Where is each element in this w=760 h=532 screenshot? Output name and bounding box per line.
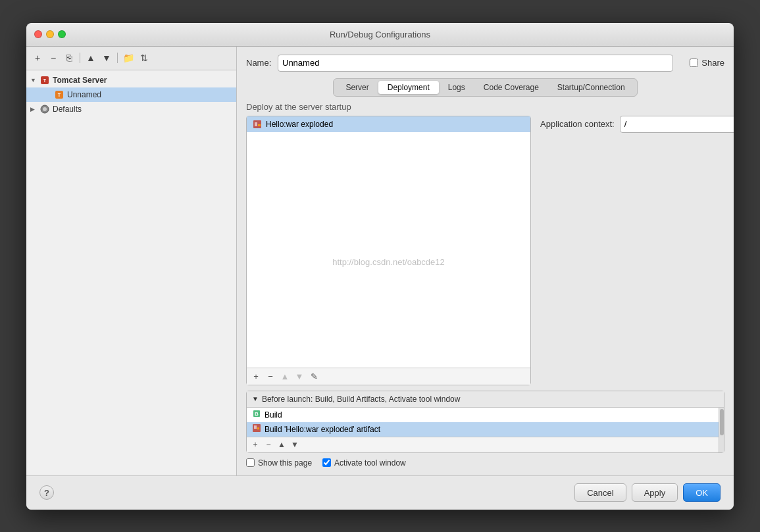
window-body: + − ⎘ ▲ ▼ 📁 ⇅ ▼ T	[26, 47, 734, 475]
remove-config-button[interactable]: −	[46, 51, 61, 65]
before-launch-body: B Build	[247, 408, 724, 452]
name-row: Name: Share	[246, 55, 724, 72]
share-label: Share	[701, 58, 724, 68]
folder-button[interactable]: 📁	[121, 51, 136, 65]
app-context-panel: Application context: ▲ ▼	[540, 116, 724, 385]
name-label: Name:	[246, 58, 272, 68]
tab-logs[interactable]: Logs	[439, 81, 474, 94]
deploy-section: Deploy at the server startup	[246, 102, 724, 385]
tomcat-server-icon: T	[39, 75, 50, 85]
artifact-icon	[252, 423, 261, 435]
activate-tool-label: Activate tool window	[334, 458, 406, 468]
svg-text:B: B	[255, 411, 259, 417]
tree-item-defaults[interactable]: ▶ Defaults	[26, 102, 236, 116]
deploy-add-button[interactable]: +	[249, 370, 263, 383]
minimize-button[interactable]	[46, 30, 54, 38]
deploy-list-container: Hello:war exploded http://blog.csdn.net/…	[246, 116, 531, 385]
ok-button[interactable]: OK	[683, 483, 721, 502]
before-launch-list[interactable]: B Build	[247, 408, 719, 437]
maximize-button[interactable]	[58, 30, 66, 38]
defaults-label: Defaults	[53, 105, 82, 114]
deploy-label: Deploy at the server startup	[246, 102, 724, 112]
defaults-icon	[39, 104, 50, 114]
bl-item-build-label: Build	[265, 410, 282, 420]
share-row: Share	[678, 58, 724, 68]
show-page-label: Show this page	[258, 458, 312, 468]
build-icon: B	[252, 409, 261, 420]
title-bar: Run/Debug Configurations	[26, 23, 734, 47]
svg-rect-12	[254, 425, 257, 429]
content-area: Deploy at the server startup	[246, 102, 724, 468]
defaults-arrow: ▶	[30, 106, 38, 112]
svg-text:T: T	[58, 93, 61, 97]
copy-config-button[interactable]: ⎘	[62, 51, 76, 65]
options-row: Show this page Activate tool window	[246, 458, 724, 468]
tab-startup-connection[interactable]: Startup/Connection	[548, 81, 634, 94]
help-button[interactable]: ?	[39, 485, 54, 500]
bottom-left: ?	[39, 485, 54, 500]
bl-down-button[interactable]: ▼	[289, 439, 301, 450]
bl-up-button[interactable]: ▲	[276, 439, 288, 450]
close-button[interactable]	[34, 30, 42, 38]
add-config-button[interactable]: +	[30, 51, 45, 65]
share-checkbox[interactable]	[690, 59, 698, 67]
window-title: Run/Debug Configurations	[330, 30, 430, 39]
show-page-checkbox[interactable]	[246, 458, 255, 467]
apply-button[interactable]: Apply	[632, 483, 678, 502]
cancel-button[interactable]: Cancel	[574, 483, 626, 502]
deploy-list[interactable]: Hello:war exploded http://blog.csdn.net/…	[247, 116, 530, 368]
app-context-label: Application context:	[540, 119, 615, 129]
before-launch-section: ▼ Before launch: Build, Build Artifacts,…	[246, 391, 724, 453]
activate-tool-checkbox[interactable]	[322, 458, 331, 467]
deploy-remove-button[interactable]: −	[264, 370, 277, 383]
deploy-edit-button[interactable]: ✎	[307, 370, 320, 383]
watermark: http://blog.csdn.net/oabcde12	[332, 257, 445, 267]
tabs-bar: Server Deployment Logs Code Coverage Sta…	[333, 78, 637, 97]
move-up-button[interactable]: ▲	[84, 51, 98, 65]
tomcat-arrow: ▼	[30, 77, 38, 84]
before-launch-content: B Build	[247, 408, 719, 452]
before-launch-header[interactable]: ▼ Before launch: Build, Build Artifacts,…	[247, 391, 724, 408]
deploy-up-button[interactable]: ▲	[278, 370, 291, 383]
bottom-bar: ? Cancel Apply OK	[26, 475, 734, 510]
show-page-option: Show this page	[246, 458, 312, 468]
deploy-item-hello-war[interactable]: Hello:war exploded	[247, 116, 530, 132]
unnamed-label: Unnamed	[67, 90, 101, 99]
bl-remove-button[interactable]: −	[263, 439, 274, 450]
svg-rect-13	[257, 427, 259, 429]
before-launch-title: Before launch: Build, Build Artifacts, A…	[262, 395, 461, 404]
bl-item-artifact-label: Build 'Hello:war exploded' artifact	[265, 425, 380, 434]
deploy-down-button[interactable]: ▼	[293, 370, 306, 383]
app-context-row: Application context: ▲ ▼	[540, 116, 724, 133]
svg-text:T: T	[43, 78, 47, 83]
deploy-list-toolbar: + − ▲ ▼ ✎	[247, 368, 530, 385]
app-context-input-wrap: ▲ ▼	[620, 116, 734, 133]
app-context-input[interactable]	[621, 119, 734, 129]
tree-item-tomcat-server[interactable]: ▼ T Tomcat Server	[26, 73, 236, 87]
main-window: Run/Debug Configurations + − ⎘ ▲ ▼ 📁 ⇅ ▼	[26, 23, 734, 510]
tab-deployment[interactable]: Deployment	[378, 81, 439, 94]
traffic-lights	[34, 30, 66, 38]
bl-item-build[interactable]: B Build	[247, 408, 719, 422]
sort-button[interactable]: ⇅	[137, 51, 151, 65]
tab-server[interactable]: Server	[336, 81, 378, 94]
activate-tool-option: Activate tool window	[322, 458, 406, 468]
name-input[interactable]	[278, 55, 673, 72]
unnamed-config-icon: T	[54, 89, 64, 100]
svg-rect-8	[258, 124, 261, 126]
tomcat-server-label: Tomcat Server	[53, 76, 107, 85]
move-down-button[interactable]: ▼	[99, 51, 114, 65]
tab-code-coverage[interactable]: Code Coverage	[474, 81, 548, 94]
right-panel: Name: Share Server Deployment Logs Code …	[237, 47, 734, 475]
toolbar-separator-2	[117, 53, 118, 63]
svg-rect-7	[255, 122, 257, 126]
tree-item-unnamed[interactable]: T Unnamed	[26, 87, 236, 102]
bl-item-artifact[interactable]: Build 'Hello:war exploded' artifact	[247, 422, 719, 437]
bl-add-button[interactable]: +	[249, 439, 261, 450]
svg-point-5	[43, 107, 47, 111]
scroll-thumb	[720, 409, 724, 435]
config-tree[interactable]: ▼ T Tomcat Server T	[26, 70, 236, 475]
toolbar-separator	[80, 53, 80, 63]
scroll-stub	[719, 408, 724, 452]
war-icon	[252, 119, 263, 130]
